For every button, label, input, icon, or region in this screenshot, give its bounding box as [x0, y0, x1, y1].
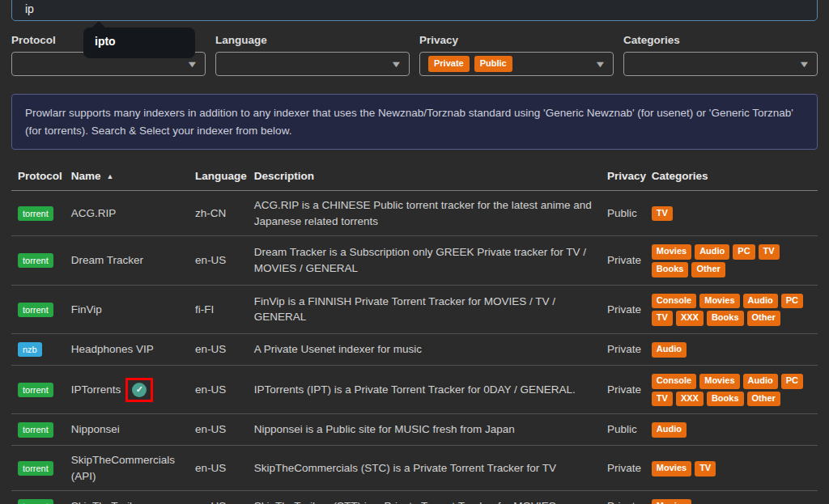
protocol-cell: torrent — [11, 414, 65, 446]
categories-cell: Movies — [645, 491, 818, 504]
protocol-cell: nzb — [11, 334, 65, 366]
category-badge: Other — [747, 311, 780, 326]
chevron-down-icon: ▼ — [798, 59, 810, 69]
language-cell: en-US — [189, 334, 248, 366]
description-cell: ACG.RIP is a CHINESE Public torrent trac… — [248, 191, 601, 236]
description-cell: FinVip is a FINNISH Private Torrent Trac… — [248, 285, 601, 334]
language-cell: zh-CN — [189, 191, 248, 236]
table-row[interactable]: torrentNipponseien-USNipponsei is a Publ… — [11, 414, 818, 446]
privacy-cell: Public — [601, 414, 645, 446]
category-badge: TV — [652, 311, 673, 326]
table-row[interactable]: torrentACG.RIPzh-CNACG.RIP is a CHINESE … — [11, 191, 818, 236]
categories-cell: Audio — [645, 334, 818, 366]
category-badge: PC — [733, 244, 755, 260]
privacy-cell: Public — [601, 191, 645, 236]
torrent-protocol-badge: torrent — [18, 499, 53, 504]
category-badge: Movies — [699, 294, 739, 309]
category-badge: PC — [781, 374, 803, 389]
column-header-protocol[interactable]: Protocol — [11, 160, 65, 191]
torrent-protocol-badge: torrent — [18, 206, 53, 221]
table-row[interactable]: torrentSkipTheCommercials (API)en-USSkip… — [11, 446, 818, 491]
category-badge: Movies — [652, 244, 691, 260]
indexer-name: Headphones VIP — [71, 343, 154, 355]
privacy-chip-public[interactable]: Public — [474, 56, 512, 71]
protocol-cell: torrent — [11, 491, 65, 504]
categories-cell: TV — [645, 191, 818, 236]
language-cell: en-US — [189, 491, 248, 504]
indexer-search-input[interactable] — [11, 0, 818, 21]
table-row[interactable]: nzbHeadphones VIPen-USA Private Usenet i… — [11, 334, 818, 366]
chevron-down-icon: ▼ — [594, 59, 606, 69]
language-cell: en-US — [189, 446, 248, 491]
privacy-filter-label: Privacy — [419, 34, 614, 46]
indexer-name: Dream Tracker — [71, 254, 143, 266]
categories-cell: Audio — [645, 414, 818, 446]
description-cell: A Private Usenet indexer for music — [248, 334, 601, 366]
category-badge: PC — [781, 294, 803, 309]
category-badge: TV — [759, 244, 780, 260]
table-row[interactable]: torrentSkipTheTrailersen-USSkipTheTraile… — [11, 491, 818, 504]
privacy-cell: Private — [601, 365, 645, 414]
privacy-cell: Private — [601, 446, 645, 491]
category-badge: Console — [652, 294, 696, 309]
filter-group-privacy: Privacy Private Public ▼ — [419, 34, 614, 76]
indexer-name: FinVip — [71, 303, 102, 316]
indexer-name: SkipTheCommercials (API) — [71, 454, 175, 482]
protocol-cell: torrent — [11, 365, 65, 414]
category-badge: Other — [691, 262, 725, 277]
name-cell: Dream Tracker — [65, 236, 189, 286]
language-filter-select[interactable]: ▼ — [215, 52, 410, 76]
torrent-protocol-badge: torrent — [18, 422, 53, 437]
category-badge: TV — [652, 206, 673, 222]
indexer-name: Nipponsei — [71, 423, 120, 435]
category-badge: TV — [652, 392, 673, 407]
privacy-cell: Private — [601, 285, 645, 334]
chevron-down-icon: ▼ — [390, 59, 402, 69]
indexer-name: ACG.RIP — [71, 207, 117, 219]
indexer-table-body: torrentACG.RIPzh-CNACG.RIP is a CHINESE … — [11, 191, 818, 504]
categories-filter-select[interactable]: ▼ — [623, 52, 818, 76]
category-badge: Console — [652, 374, 696, 389]
protocol-cell: torrent — [11, 236, 65, 286]
nzb-protocol-badge: nzb — [18, 342, 42, 357]
table-row[interactable]: torrentFinVipfi-FIFinVip is a FINNISH Pr… — [11, 285, 818, 334]
chevron-down-icon: ▼ — [186, 59, 198, 69]
category-badge: Movies — [652, 499, 691, 504]
indexer-table: Protocol Name▲ Language Description Priv… — [11, 160, 818, 504]
category-badge: Audio — [652, 422, 687, 438]
column-header-name[interactable]: Name▲ — [65, 160, 189, 191]
info-notice: Prowlarr supports many indexers in addit… — [11, 94, 818, 150]
privacy-filter-select[interactable]: Private Public ▼ — [419, 52, 614, 76]
autocomplete-suggestion[interactable]: ipto — [83, 28, 195, 48]
categories-cell: ConsoleMoviesAudioPCTVXXXBooksOther — [645, 365, 818, 414]
table-row[interactable]: torrentIPTorrents✓en-USIPTorrents (IPT) … — [11, 365, 818, 414]
category-badge: Audio — [743, 294, 778, 309]
description-cell: SkipTheTrailers (STT) is a Private Torre… — [248, 491, 601, 504]
description-cell: SkipTheCommercials (STC) is a Private To… — [248, 446, 601, 491]
column-header-language[interactable]: Language — [189, 160, 248, 191]
info-notice-text: Prowlarr supports many indexers in addit… — [25, 107, 793, 137]
highlight-annotation-box: ✓ — [125, 378, 153, 402]
category-badge: TV — [695, 461, 716, 476]
categories-filter-label: Categories — [623, 34, 818, 46]
protocol-cell: torrent — [11, 285, 65, 334]
protocol-cell: torrent — [11, 446, 65, 491]
privacy-chip-private[interactable]: Private — [428, 56, 470, 71]
column-header-categories[interactable]: Categories — [645, 160, 818, 191]
autocomplete-tooltip[interactable]: ipto — [83, 28, 195, 58]
table-row[interactable]: torrentDream Trackeren-USDream Tracker i… — [11, 236, 818, 286]
torrent-protocol-badge: torrent — [18, 383, 53, 397]
category-badge: XXX — [676, 311, 704, 326]
category-badge: Movies — [699, 374, 739, 389]
name-cell: Nipponsei — [65, 414, 189, 446]
column-header-description[interactable]: Description — [248, 160, 601, 191]
add-indexer-page: ipto Protocol ▼ Language ▼ Privacy Priva… — [0, 0, 829, 504]
category-badge: Books — [652, 262, 689, 277]
name-cell: IPTorrents✓ — [65, 365, 189, 414]
sort-ascending-icon: ▲ — [107, 172, 114, 180]
selected-check-icon: ✓ — [132, 383, 147, 397]
column-header-privacy[interactable]: Privacy — [601, 160, 645, 191]
category-badge: Books — [707, 311, 744, 326]
indexer-name: IPTorrents — [71, 383, 121, 395]
category-badge: Books — [707, 392, 744, 407]
